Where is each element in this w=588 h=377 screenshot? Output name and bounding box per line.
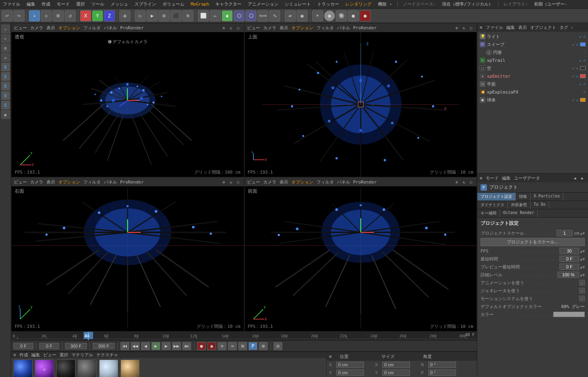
xyz-x-button[interactable]: X [80,10,91,21]
object-item-sphere[interactable]: ● 球体 ✓ ✓ [478,96,587,104]
cube-button[interactable]: ⬜ [198,10,209,21]
menu-mode[interactable]: モード [56,1,71,7]
render-queue[interactable]: ≡ [182,10,193,21]
select-button[interactable]: ✦ [29,10,40,21]
sidebar-select-icon[interactable]: ↗ [1,25,10,33]
vp-tr-options[interactable]: オプション [291,25,313,31]
obj-panel-view[interactable]: 表示 [518,25,527,31]
xp-button[interactable]: ● [348,10,359,21]
obj-panel-edit[interactable]: 編集 [506,25,515,31]
object-item-plane[interactable]: ▭ 平面 ✓ ✓ [478,80,587,88]
prop-detail-input[interactable] [557,272,579,278]
vp-bl-icon3[interactable]: ○ [235,179,241,185]
menu-spline[interactable]: スプライン [133,1,157,7]
prop-scale-spinner[interactable]: ▲▼ [580,231,585,235]
menu-select[interactable]: 選択 [75,1,86,7]
vp-tl-filter[interactable]: フィルタ [83,25,101,31]
vp-br-icon2[interactable]: ↻ [461,179,467,185]
obj-panel-menu[interactable]: ≡ [480,25,483,30]
vp-tr-icon2[interactable]: ↻ [461,25,467,31]
prop-fps-input[interactable] [559,248,579,254]
vp-br-icon1[interactable]: ⊕ [454,179,460,185]
camera-btn[interactable]: ● [324,10,335,21]
vp-tr-prorender[interactable]: ProRender [353,25,377,31]
scale-button[interactable]: ⊞ [53,10,64,21]
prop-color-swatch[interactable] [553,312,585,317]
vp-tl-display[interactable]: 表示 [46,25,55,31]
sidebar-rotate-icon[interactable]: ↺ [1,53,10,62]
vp-tl-panel[interactable]: パネル [104,25,117,31]
coord-x-size[interactable] [382,362,410,368]
prop-previewmin-input[interactable] [559,264,579,270]
render-to-viewer[interactable]: ⬛ [170,10,182,21]
sidebar-s-icon[interactable]: S [1,63,10,71]
prop-previewmin-spinner[interactable]: ▲▼ [580,265,585,269]
props-edit[interactable]: 編集 [502,175,511,181]
sidebar-s3-icon[interactable]: S [1,82,10,90]
material-xparti[interactable]: ✦ X-Parti [35,360,54,377]
menu-tools[interactable]: ツール [90,1,105,7]
move-button[interactable]: ✛ [41,10,52,21]
sidebar-s4-icon[interactable]: S [1,91,10,100]
object-item-null[interactable]: □ 空 ✓ ✓ [478,64,587,72]
render-view[interactable]: ▶ [147,10,158,21]
vp-br-panel[interactable]: パネル [337,179,350,185]
tab-octane-render[interactable]: Octane Render [500,209,538,217]
prop-usegen-checkbox[interactable]: ✓ [579,288,585,293]
undo-button[interactable]: ↩ [2,10,13,21]
sidebar-s2-icon[interactable]: S [1,72,10,81]
tab-keyframe[interactable]: キー補間 [477,209,500,217]
vp-tl-view[interactable]: ビュー [14,25,27,31]
vp-tl-prorender[interactable]: ProRender [120,25,144,31]
obj-panel-tags[interactable]: タグ › [559,25,573,31]
deform-button[interactable]: ∿ [269,10,280,21]
menu-animation[interactable]: アニメーション [247,1,280,7]
prop-fps-spinner[interactable]: ▲▼ [580,249,585,253]
vp-tl-icon2[interactable]: ↻ [228,25,234,31]
sidebar-s5-icon[interactable]: S [1,101,10,109]
xyz-y-button[interactable]: Y [92,10,103,21]
menu-create[interactable]: 作成 [40,1,52,7]
pen-button[interactable]: ✏ [210,10,221,21]
add-button[interactable]: + [119,10,130,21]
vp-bl-options[interactable]: オプション [58,179,80,185]
menu-nodespace-value[interactable]: 現在（標準/フィジカル） [441,1,494,7]
vp-bl-icon1[interactable]: ⊕ [221,179,227,185]
sidebar-scale-icon[interactable]: ⊞ [1,44,10,52]
render-region[interactable]: ▷ [135,10,146,21]
vp-br-camera[interactable]: カメラ [263,179,276,185]
vp-bl-camera[interactable]: カメラ [30,179,43,185]
object-item-xpexplosia[interactable]: 💥 xpExplosiaFX ✓ [478,88,587,96]
vp-tl-icon1[interactable]: ⊕ [221,25,227,31]
props-mode[interactable]: モード [486,175,499,181]
vp-tr-panel[interactable]: パネル [337,25,350,31]
props-arrow-right[interactable]: ▶ [579,175,586,181]
prop-detail-spinner[interactable]: ▲▼ [580,273,585,277]
light-button[interactable]: ☀ [312,10,323,21]
vp-br-prorender[interactable]: ProRender [353,180,377,185]
menu-function[interactable]: 機能 › [377,1,393,7]
props-panel-menu[interactable]: ≡ [480,176,483,181]
object-item-circle[interactable]: ○ 円形 ✓ [478,48,587,56]
menu-file[interactable]: ファイル [2,1,21,7]
coord-x-pos[interactable] [336,362,364,368]
vp-bl-view[interactable]: ビュー [14,179,27,185]
effector-button[interactable]: ⟺ [257,10,268,21]
vp-bl-panel[interactable]: パネル [104,179,117,185]
coord-y-pos[interactable] [336,369,364,376]
vp-br-view[interactable]: ビュー [247,179,260,185]
prop-useani-checkbox[interactable]: ✓ [579,280,585,285]
vp-tr-filter[interactable]: フィルタ [316,25,334,31]
menu-volume[interactable]: ボリューム [161,1,186,7]
vp-tr-display[interactable]: 表示 [280,25,288,31]
prop-scale-input[interactable] [557,230,573,236]
record-button[interactable]: ● [360,10,371,21]
tab-external-ref[interactable]: 外部参照 [508,201,531,209]
sidebar-obj-icon[interactable]: ◉ [1,110,10,119]
mirror-button[interactable]: ⇌ [285,10,296,21]
vp-tr-camera[interactable]: カメラ [263,25,276,31]
mograph-button[interactable]: ⬡ [234,10,245,21]
coord-y-angle[interactable] [428,369,456,376]
coord-y-size[interactable] [382,369,410,376]
viewport-topleft[interactable]: ビュー カメラ 表示 オプション フィルタ パネル ProRender ⊕ ↻ … [11,23,244,177]
